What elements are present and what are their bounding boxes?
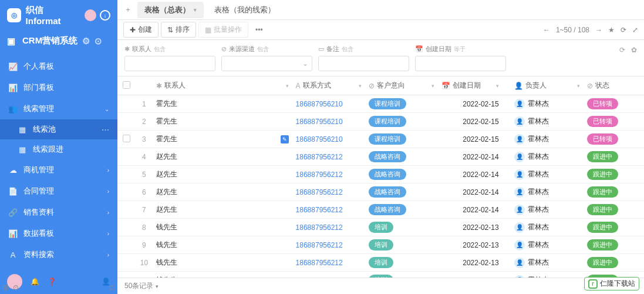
dot-icon[interactable]: ⊙: [13, 283, 19, 292]
chevron-down-icon[interactable]: ▾: [431, 83, 434, 89]
filter-settings-icon[interactable]: ✿: [631, 46, 637, 54]
plus-icon: ✚: [130, 26, 136, 34]
watermark-logo-icon: r: [588, 279, 598, 289]
add-tab-button[interactable]: ＋: [122, 4, 134, 16]
intent-chip: 战略咨询: [369, 151, 406, 162]
intent-chip: 战略咨询: [369, 169, 406, 180]
filter: ▭备注包含: [318, 45, 409, 71]
grid-icon[interactable]: ⊞: [2, 283, 8, 292]
owner-name: 霍林杰: [528, 152, 549, 162]
user-avatar-icon[interactable]: [85, 9, 96, 21]
help-icon[interactable]: ❓: [48, 278, 56, 286]
edit-icon[interactable]: ✎: [281, 135, 289, 143]
table-row[interactable]: 2 霍先生 186887956210 课程培训 2022-02-15 👤霍林杰 …: [117, 113, 644, 131]
chevron-down-icon[interactable]: ▾: [359, 83, 362, 89]
row-index: 5: [136, 166, 153, 183]
sort-button[interactable]: ⇅排序: [161, 22, 196, 38]
phone-link[interactable]: 186887956212: [296, 153, 343, 161]
intent-chip: 培训: [369, 257, 393, 268]
chevron-right-icon: ›: [107, 230, 109, 237]
download-icon[interactable]: ↓: [100, 10, 110, 21]
batch-button[interactable]: ▦批量操作: [198, 22, 248, 38]
next-page-icon[interactable]: →: [595, 26, 602, 34]
row-index: 4: [136, 148, 153, 166]
row-index: 1: [136, 95, 153, 113]
filter-input[interactable]: [415, 56, 506, 71]
refresh-icon[interactable]: ⟳: [621, 26, 626, 34]
tab[interactable]: 表格（总表）▾: [137, 2, 204, 18]
nav-icon: ▦: [18, 125, 27, 134]
phone-link[interactable]: 186887956212: [296, 188, 343, 196]
sidebar-item[interactable]: 📊数据看板›: [0, 223, 117, 244]
table-row[interactable]: 3 霍先生✎ 186887956210 课程培训 2022-02-15 👤霍林杰…: [117, 131, 644, 148]
table-row[interactable]: 8 钱先生 186887956212 培训 2022-02-13 👤霍林杰 跟进…: [117, 219, 644, 236]
row-index: 6: [136, 183, 153, 201]
table-row[interactable]: 7 赵先生 186887956212 战略咨询 2022-02-14 👤霍林杰 …: [117, 201, 644, 219]
create-button[interactable]: ✚创建: [123, 22, 159, 38]
phone-link[interactable]: 186887956210: [296, 100, 343, 108]
target-icon[interactable]: ⊙: [95, 36, 102, 46]
expand-icon[interactable]: ⤢: [632, 26, 638, 34]
phone-link[interactable]: 186887956212: [296, 241, 343, 249]
filter-input[interactable]: [124, 56, 215, 71]
filter-label: 来源渠道: [229, 45, 255, 54]
sidebar-item[interactable]: 📊部门看板: [0, 77, 117, 98]
filter-refresh-icon[interactable]: ⟳: [619, 46, 625, 54]
nav: 📈个人看板📊部门看板👥线索管理⌄▦线索池⋯▦线索跟进☁商机管理›📄合同管理›🔗销…: [0, 56, 117, 269]
tab-label: 表格（我的线索）: [214, 5, 275, 15]
phone-link[interactable]: 186887956212: [296, 171, 343, 179]
chevron-down-icon[interactable]: ▾: [286, 83, 289, 89]
table-row[interactable]: 11 钱先生 186887956212 培训 2022-02-13 👤霍林杰 跟…: [117, 272, 644, 278]
phone-link[interactable]: 186887956210: [296, 135, 343, 143]
row-index: 7: [136, 201, 153, 219]
row-checkbox[interactable]: [123, 135, 130, 142]
sidebar-item[interactable]: 👥线索管理⌄: [0, 98, 117, 119]
star-icon[interactable]: ★: [608, 26, 615, 34]
status-chip: 已转项: [587, 116, 618, 127]
prev-page-icon[interactable]: ←: [543, 26, 550, 34]
tab[interactable]: 表格（我的线索）: [207, 2, 282, 18]
col-status: 状态: [595, 81, 609, 91]
table-row[interactable]: 6 赵先生 186887956212 战略咨询 2022-02-14 👤霍林杰 …: [117, 183, 644, 201]
nav-label: 销售资料: [23, 207, 54, 218]
watermark-text: 仁隆下载站: [600, 279, 635, 289]
sidebar-subitem[interactable]: ▦线索跟进: [0, 139, 117, 159]
table-row[interactable]: 1 霍先生 186887956210 课程培训 2022-02-15 👤霍林杰 …: [117, 95, 644, 113]
col-intent: 客户意向: [377, 81, 405, 91]
filter-input[interactable]: ⌄: [221, 56, 312, 71]
phone-link[interactable]: 186887956210: [296, 118, 343, 126]
chevron-down-icon[interactable]: ▾: [194, 7, 197, 13]
table-row[interactable]: 9 钱先生 186887956212 培训 2022-02-13 👤霍林杰 跟进…: [117, 236, 644, 254]
more-icon[interactable]: ⋯: [102, 125, 109, 134]
chevron-right-icon: ›: [107, 167, 109, 173]
collapse-sidebar-icon[interactable]: ⊏: [109, 283, 115, 292]
table-row[interactable]: 5 赵先生 186887956212 战略咨询 2022-02-14 👤霍林杰 …: [117, 166, 644, 183]
chevron-down-icon[interactable]: ▾: [496, 83, 499, 89]
phone-link[interactable]: 186887956212: [296, 206, 343, 214]
filter-input[interactable]: [318, 56, 409, 71]
sidebar-item[interactable]: A资料搜索›: [0, 244, 117, 265]
nav-label: 资料搜索: [23, 249, 54, 260]
bell-icon[interactable]: 🔔: [31, 278, 39, 286]
date-cell: 2022-02-14: [438, 183, 511, 201]
phone-link[interactable]: 186887956212: [296, 223, 343, 232]
bottom-left-icons: ⊞ ⊙: [2, 283, 19, 292]
select-all-checkbox[interactable]: [123, 81, 130, 89]
table-row[interactable]: 10 钱先生 186887956212 培训 2022-02-13 👤霍林杰 跟…: [117, 254, 644, 272]
chevron-down-icon[interactable]: ▾: [156, 283, 159, 289]
phone-link[interactable]: 186887956212: [296, 259, 343, 267]
chevron-down-icon[interactable]: ▾: [577, 83, 580, 89]
sidebar-item[interactable]: 📄合同管理›: [0, 181, 117, 202]
more-button[interactable]: •••: [251, 24, 268, 36]
sidebar-subitem[interactable]: ▦线索池⋯: [0, 119, 117, 139]
sidebar-item[interactable]: 📈个人看板: [0, 56, 117, 77]
sidebar-item[interactable]: ☁商机管理›: [0, 159, 117, 181]
filter-label: 创建日期: [426, 45, 451, 54]
date-cell: 2022-02-14: [438, 166, 511, 183]
table-row[interactable]: 4 赵先生 186887956212 战略咨询 2022-02-14 👤霍林杰 …: [117, 148, 644, 166]
sidebar-item[interactable]: 🔗销售资料›: [0, 202, 117, 223]
owner-avatar-icon: 👤: [514, 116, 525, 127]
gear-icon[interactable]: ⚙: [82, 36, 90, 46]
status-chip: 已转项: [587, 98, 618, 109]
contact-name: 赵先生: [156, 152, 177, 162]
